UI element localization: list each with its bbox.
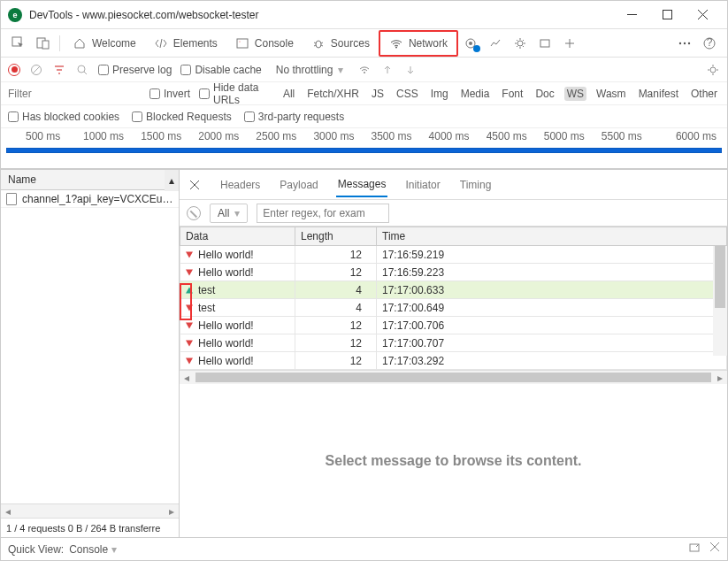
svg-point-9 [316, 41, 321, 48]
close-drawer-icon[interactable] [709, 542, 720, 557]
filter-type-wasm[interactable]: Wasm [594, 87, 629, 101]
app-favicon: e [8, 8, 22, 22]
filter-input[interactable] [8, 88, 141, 100]
has-blocked-cookies-checkbox[interactable]: Has blocked cookies [8, 111, 119, 123]
upload-icon[interactable] [380, 63, 395, 77]
chevron-down-icon: ▾ [111, 543, 117, 556]
window-maximize[interactable] [649, 3, 685, 27]
download-icon[interactable] [403, 63, 418, 77]
filter-type-ws[interactable]: WS [564, 87, 586, 101]
chevron-down-icon: ▾ [234, 207, 240, 219]
svg-point-17 [517, 41, 523, 46]
filter-type-other[interactable]: Other [688, 87, 720, 101]
request-list-header[interactable]: Name▴ [1, 169, 179, 190]
timeline-overview[interactable]: 500 ms1000 ms1500 ms2000 ms2500 ms3000 m… [1, 128, 727, 169]
tab-sources[interactable]: Sources [303, 30, 379, 57]
table-row[interactable]: Hello world!1217:16:59.223 [180, 264, 727, 281]
message-type-select[interactable]: All▾ [210, 204, 248, 223]
tab-initiator[interactable]: Initiator [403, 173, 441, 196]
filter-type-all[interactable]: All [280, 87, 297, 101]
v-scrollbar[interactable] [713, 246, 727, 356]
plus-icon[interactable] [557, 31, 582, 56]
bug-icon [311, 36, 326, 50]
window-minimize[interactable] [614, 3, 649, 27]
window-close[interactable] [685, 3, 720, 27]
svg-rect-6 [42, 41, 49, 49]
h-scrollbar[interactable]: ◂▸ [180, 370, 727, 384]
main-tabstrip: Welcome Elements Console Sources Network… [1, 29, 727, 58]
clear-messages-icon[interactable] [187, 206, 201, 220]
tab-messages[interactable]: Messages [336, 173, 388, 197]
wifi-icon [389, 36, 403, 50]
svg-rect-1 [663, 11, 671, 19]
chevron-down-icon: ▾ [338, 64, 343, 76]
performance-icon[interactable] [483, 31, 508, 56]
filter-row: Invert Hide data URLs All Fetch/XHR JS C… [1, 82, 727, 105]
svg-point-28 [78, 65, 85, 73]
tab-elements[interactable]: Elements [145, 30, 226, 57]
filter-type-doc[interactable]: Doc [533, 87, 556, 101]
table-row[interactable]: Hello world!1217:17:00.707 [180, 334, 727, 352]
h-scrollbar[interactable]: ◂▸ [1, 503, 179, 518]
request-list-pane: Name▴ channel_1?api_key=VCXCEu… ◂▸ 1 / 4… [1, 169, 180, 537]
tab-payload[interactable]: Payload [278, 173, 319, 196]
table-row[interactable]: test417:17:00.633 [180, 281, 727, 299]
table-row[interactable]: Hello world!1217:17:03.292 [180, 352, 727, 370]
hide-data-urls-checkbox[interactable]: Hide data URLs [199, 81, 272, 106]
table-row[interactable]: Hello world!1217:17:00.706 [180, 317, 727, 334]
filter-type-fetch[interactable]: Fetch/XHR [304, 87, 362, 101]
svg-point-21 [679, 42, 681, 43]
filter-icon[interactable] [52, 63, 66, 77]
filter-type-img[interactable]: Img [428, 87, 451, 101]
svg-rect-7 [237, 39, 248, 48]
table-row[interactable]: Hello world!1217:16:59.219 [180, 246, 727, 264]
svg-point-31 [710, 67, 716, 73]
tab-network[interactable]: Network [379, 30, 458, 57]
svg-line-29 [84, 72, 87, 74]
tab-console[interactable]: Console [226, 30, 303, 57]
request-item[interactable]: channel_1?api_key=VCXCEu… [1, 190, 179, 208]
gear-icon[interactable] [508, 31, 533, 56]
clear-icon[interactable] [29, 63, 43, 77]
invert-checkbox[interactable]: Invert [149, 88, 190, 100]
svg-point-23 [688, 42, 690, 43]
filter-type-js[interactable]: JS [369, 87, 387, 101]
scroll-up-icon[interactable]: ▴ [165, 170, 179, 191]
tab-headers[interactable]: Headers [218, 173, 262, 196]
issues-icon[interactable] [688, 542, 701, 557]
messages-table: DataLengthTime Hello world!1217:16:59.21… [180, 227, 727, 370]
preserve-log-checkbox[interactable]: Preserve log [98, 64, 172, 76]
table-header-row[interactable]: DataLengthTime [180, 227, 727, 246]
close-icon[interactable] [187, 177, 203, 193]
blocked-filters-row: Has blocked cookies Blocked Requests 3rd… [1, 105, 727, 128]
device-toggle-icon[interactable] [31, 31, 56, 56]
timeline-bar [6, 148, 722, 153]
quick-view-bar: Quick View: Console ▾ [1, 537, 727, 560]
console-icon [235, 36, 249, 50]
more-icon[interactable] [672, 31, 697, 56]
tab-welcome[interactable]: Welcome [64, 30, 145, 57]
disable-cache-checkbox[interactable]: Disable cache [180, 64, 261, 76]
svg-point-14 [395, 46, 397, 48]
blocked-requests-checkbox[interactable]: Blocked Requests [132, 111, 232, 123]
filter-type-manifest[interactable]: Manifest [636, 87, 681, 101]
filter-type-media[interactable]: Media [458, 87, 493, 101]
record-button[interactable] [8, 64, 20, 76]
table-row[interactable]: test417:17:00.649 [180, 299, 727, 317]
panel-icon[interactable] [533, 31, 557, 56]
filter-type-font[interactable]: Font [499, 87, 525, 101]
quick-view-console[interactable]: Console ▾ [69, 543, 116, 556]
svg-point-22 [684, 42, 686, 43]
lighthouse-icon[interactable] [458, 31, 483, 56]
message-regex-input[interactable] [257, 204, 389, 223]
svg-point-16 [469, 42, 472, 45]
search-icon[interactable] [75, 63, 89, 77]
throttling-select[interactable]: No throttling▾ [271, 62, 349, 78]
wifi-small-icon[interactable] [357, 63, 372, 77]
help-icon[interactable]: ? [697, 31, 722, 56]
third-party-checkbox[interactable]: 3rd-party requests [244, 111, 344, 123]
tab-timing[interactable]: Timing [458, 173, 494, 196]
inspect-icon[interactable] [6, 31, 31, 56]
filter-type-css[interactable]: CSS [394, 87, 421, 101]
settings-gear-icon[interactable] [706, 63, 720, 77]
